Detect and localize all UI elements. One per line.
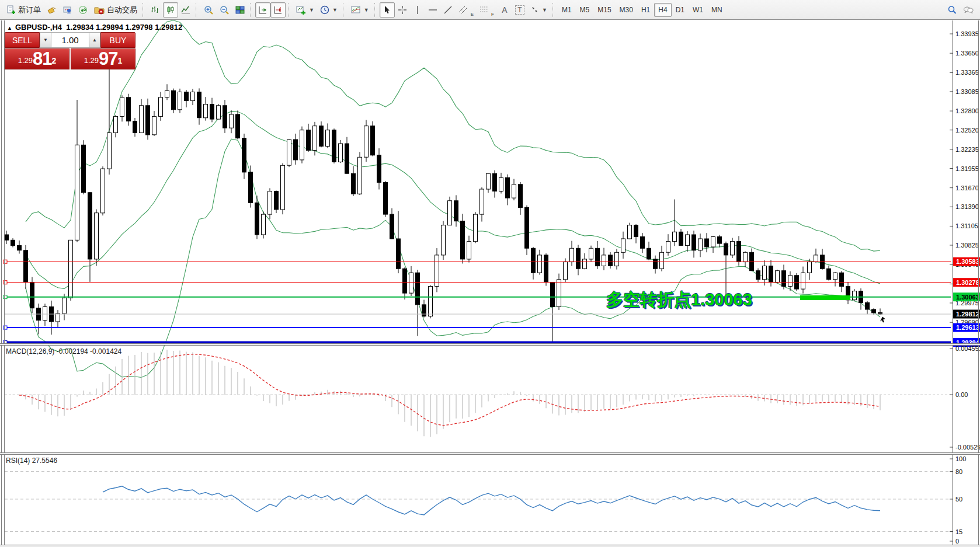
candlestick-chart-button[interactable] — [163, 2, 178, 18]
search-button[interactable] — [944, 2, 960, 18]
window-left-border — [1, 20, 2, 545]
line-chart-button[interactable] — [178, 2, 193, 18]
svg-text:1.29613: 1.29613 — [956, 324, 979, 331]
buy-price-display[interactable]: 1.29971 — [71, 48, 135, 69]
sell-price-display[interactable]: 1.29812 — [5, 48, 69, 69]
pane-separator[interactable] — [0, 452, 980, 455]
rsi-line[interactable] — [103, 486, 880, 515]
dropdown-arrow-icon: ▼ — [309, 7, 314, 13]
ohlc-readout: 1.29834 1.29894 1.29798 1.29812 — [66, 23, 182, 32]
dropdown-arrow-icon: ▼ — [332, 7, 338, 13]
timeframe-m1[interactable]: M1 — [558, 3, 576, 17]
autotrading-label: 自动交易 — [107, 5, 137, 15]
channel-tool-button[interactable]: E — [456, 2, 477, 18]
collapse-panel-arrow-icon[interactable]: ▲ — [7, 25, 12, 31]
auto-scroll-icon — [258, 5, 267, 15]
bollinger-band-u[interactable] — [26, 20, 880, 251]
volume-decrease-button[interactable]: ▼ — [40, 32, 51, 48]
trendline-tool-button[interactable] — [440, 2, 456, 18]
autotrading-button[interactable]: 自动交易 — [91, 2, 140, 18]
svg-text:0: 0 — [955, 538, 959, 545]
toolbar-separator — [196, 3, 199, 17]
crosshair-tool-button[interactable] — [395, 2, 410, 18]
bar-chart-button[interactable] — [148, 2, 163, 18]
sell-price-prefix: 1.29 — [18, 53, 33, 68]
svg-text:1.32800: 1.32800 — [955, 107, 979, 114]
macd-indicator-pane[interactable]: 0.0045510.00-0.005295 — [0, 346, 980, 453]
svg-text:1.33935: 1.33935 — [955, 30, 979, 37]
svg-text:80: 80 — [955, 468, 962, 475]
timeframe-m30[interactable]: M30 — [616, 3, 637, 17]
sell-button[interactable]: SELL — [5, 32, 40, 48]
chart-shift-button[interactable] — [270, 2, 286, 18]
clock-icon — [320, 5, 329, 15]
volume-increase-button[interactable]: ▲ — [89, 32, 100, 48]
toolbar-separator — [143, 3, 145, 17]
cursor-icon — [383, 5, 391, 14]
highlight-bar-annotation[interactable] — [800, 295, 850, 300]
macd-values: -0.002194 -0.001424 — [57, 347, 121, 356]
main-toolbar: 新订单 自动交易 — [0, 0, 980, 20]
signals-button[interactable] — [75, 2, 91, 18]
community-button[interactable] — [60, 2, 75, 18]
buy-price-big: 97 — [99, 49, 117, 68]
line-chart-icon — [181, 5, 190, 15]
timeframe-h4[interactable]: H4 — [654, 3, 671, 17]
svg-text:1.30583: 1.30583 — [956, 258, 979, 265]
indicators-icon — [351, 5, 361, 15]
new-chart-dropdown[interactable]: ▼ — [293, 2, 317, 18]
vertical-line-tool-button[interactable] — [410, 2, 425, 18]
zoom-in-button[interactable] — [201, 2, 217, 18]
svg-text:1.30825: 1.30825 — [955, 242, 979, 249]
buy-price-prefix: 1.29 — [84, 53, 99, 68]
timeframe-m5[interactable]: M5 — [576, 3, 594, 17]
svg-text:0.004551: 0.004551 — [955, 345, 980, 352]
rsi-indicator-pane[interactable]: 1008050150 — [0, 455, 980, 545]
arrows-icon — [530, 5, 539, 14]
chart-text-annotation[interactable]: 多空转折点1.30063 — [606, 288, 752, 312]
toolbar-separator — [552, 3, 555, 17]
svg-text:1.31670: 1.31670 — [955, 184, 979, 191]
auto-scroll-button[interactable] — [255, 2, 270, 18]
tile-windows-button[interactable] — [232, 2, 248, 18]
text-label-tool-button[interactable]: T — [512, 2, 527, 18]
timeframe-w1[interactable]: W1 — [689, 3, 707, 17]
new-order-button[interactable]: 新订单 — [4, 2, 44, 18]
toolbar-separator — [250, 3, 253, 17]
fibo-glyph: F — [491, 12, 494, 17]
zoom-in-icon — [204, 5, 214, 15]
pane-separator[interactable] — [0, 343, 980, 346]
macd-label: MACD(12,26,9) — [6, 347, 54, 356]
cursor-tool-button[interactable] — [380, 2, 395, 18]
zoom-out-button[interactable] — [217, 2, 232, 18]
timeframe-h1[interactable]: H1 — [637, 3, 654, 17]
chat-bubbles-icon — [963, 5, 974, 15]
arrows-dropdown[interactable]: ▼ — [527, 2, 550, 18]
window-right-border — [978, 20, 979, 545]
autotrading-icon — [94, 5, 105, 15]
volume-input[interactable] — [51, 32, 89, 48]
text-tool-button[interactable]: A — [497, 2, 512, 18]
timeframe-d1[interactable]: D1 — [672, 3, 689, 17]
timeframe-mn[interactable]: MN — [707, 3, 727, 17]
mt4-terminal-window: { "toolbar": { "new_order_label": "新订单",… — [0, 0, 980, 547]
svg-text:100: 100 — [955, 455, 966, 462]
rsi-label: RSI(14) 27.5546 — [6, 457, 57, 465]
new-order-label: 新订单 — [18, 5, 41, 15]
zoom-out-icon — [220, 5, 230, 15]
chart-left-border — [4, 20, 5, 545]
fibonacci-tool-button[interactable]: F — [477, 2, 497, 18]
horizontal-line-tool-button[interactable] — [425, 2, 440, 18]
macd-pane-label: MACD(12,26,9) -0.002194 -0.001424 — [6, 347, 121, 356]
timeframe-bar: M1 M5 M15 M30 H1 H4 D1 W1 MN — [558, 0, 727, 19]
toolbar-separator — [343, 3, 346, 17]
periods-dropdown[interactable]: ▼ — [317, 2, 340, 18]
chat-button[interactable] — [960, 2, 976, 18]
buy-button[interactable]: BUY — [100, 32, 135, 48]
alerts-button[interactable] — [44, 2, 60, 18]
indicators-dropdown[interactable]: ▼ — [348, 2, 372, 18]
svg-text:1.31955: 1.31955 — [955, 165, 979, 172]
svg-text:1.30278: 1.30278 — [956, 279, 979, 286]
trendline-icon — [443, 5, 453, 15]
timeframe-m15[interactable]: M15 — [593, 3, 615, 17]
